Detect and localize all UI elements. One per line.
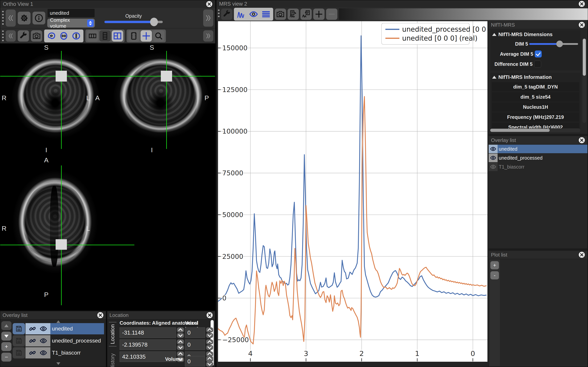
crosshair-vertical-sagittal[interactable] [166,51,167,149]
remove-overlay-button[interactable]: − [1,353,11,362]
spectrum-icon[interactable] [235,8,247,20]
scroll-down-icon[interactable] [56,362,60,365]
dim5-slider[interactable] [529,43,578,45]
remove-plot-button[interactable]: - [490,271,499,279]
chevron-left-icon[interactable] [6,30,16,42]
close-icon[interactable] [579,22,585,28]
voxel-x-value[interactable]: 0 [185,327,205,338]
overlay-name[interactable]: unedited [50,323,104,334]
step-up-button[interactable] [177,327,184,333]
axial-slice-image[interactable] [12,170,98,283]
mrs-plot-svg[interactable]: −250000250005000075000100000125000150000… [217,21,488,362]
dim5-slider-thumb[interactable] [556,41,563,47]
export-data-icon[interactable] [288,8,299,20]
movie-icon[interactable] [128,30,139,42]
link-icon[interactable] [29,325,36,333]
overlay-name[interactable]: unedited_processed [50,335,104,346]
scroll-up-icon[interactable] [56,320,60,323]
eye-icon[interactable] [40,325,47,333]
import-data-icon[interactable] [300,8,312,20]
close-icon[interactable] [579,137,585,143]
chevron-left-icon[interactable] [6,9,16,26]
vertical-layout-icon[interactable] [99,30,111,42]
eye-icon[interactable] [40,349,47,357]
list-icon[interactable] [260,8,272,20]
average-dim5-checkbox[interactable] [535,50,542,58]
step-down-button[interactable] [206,333,213,338]
remove-plot-icon[interactable] [326,8,337,20]
overlay-row-unedited[interactable]: unedited [13,323,104,334]
move-down-button[interactable] [1,332,11,341]
save-icon[interactable] [13,323,25,334]
step-up-button[interactable] [206,356,213,361]
step-down-button[interactable] [177,345,184,350]
axial-view-icon[interactable] [70,30,82,42]
sagittal-view-icon[interactable] [46,30,57,42]
step-up-button[interactable] [206,351,213,357]
add-overlay-button[interactable]: + [1,342,11,351]
information-header[interactable]: NIfTI-MRS Information [491,73,580,81]
crosshair-vertical-coronal[interactable] [61,51,62,149]
eye-icon[interactable] [489,154,498,162]
toolbar-grip[interactable] [2,31,4,41]
horizontal-scrollbar[interactable] [490,128,580,132]
volume-value[interactable]: 0 [185,356,205,367]
close-icon[interactable] [206,312,213,318]
mrs-voxel-sagittal[interactable] [161,71,172,82]
step-up-button[interactable] [206,327,213,333]
coronal-view-icon[interactable] [58,30,69,42]
toolbar-grip[interactable] [2,11,4,25]
chevron-right-icon[interactable] [203,9,213,26]
crosshair-horizontal-axial[interactable] [0,245,134,245]
add-plot-button[interactable]: + [490,261,499,269]
horizontal-layout-icon[interactable] [87,30,98,42]
overlay-row-unedited[interactable]: unedited [489,145,588,153]
wrench-icon[interactable] [221,8,232,20]
link-icon[interactable] [29,337,36,344]
camera-icon[interactable] [275,8,286,20]
world-x-value[interactable]: -31.1148 [120,327,176,338]
crosshair-icon[interactable] [141,30,152,42]
overlay-name[interactable]: T1_biascorr [498,163,588,171]
mrs-voxel-coronal[interactable] [56,71,67,82]
chevron-right-icon[interactable] [203,30,213,42]
overlay-name[interactable]: unedited [498,145,588,153]
overlay-row-t1-biascorr[interactable]: T1_biascorr [489,163,588,171]
overlay-row-unedited-processed[interactable]: unedited_processed [489,154,588,162]
step-down-button[interactable] [206,345,213,350]
step-up-button[interactable] [177,351,184,357]
overlay-name-input[interactable]: unedited [47,8,95,17]
wrench-icon[interactable] [18,30,29,42]
step-down-button[interactable] [206,362,213,367]
info-icon[interactable] [33,12,45,25]
crosshair-vertical-axial[interactable] [61,166,62,305]
step-up-button[interactable] [177,339,184,344]
close-icon[interactable] [579,0,585,7]
world-y-value[interactable]: -2.139578 [120,339,176,350]
ortho-canvas[interactable]: S R L I S A P I A R L P [0,43,215,310]
overlay-row-unedited-processed[interactable]: unedited_processed [13,335,104,346]
dimensions-header[interactable]: NIfTI-MRS Dimensions [491,30,580,39]
overlay-name[interactable]: T1_biascorr [50,347,104,359]
opacity-slider[interactable] [104,21,163,23]
vertical-scrollbar[interactable] [582,39,586,123]
voxel-y-value[interactable]: 0 [185,339,205,350]
close-icon[interactable] [206,1,213,7]
mrs-plot[interactable]: −250000250005000075000100000125000150000… [217,21,488,362]
step-down-button[interactable] [177,333,184,338]
tab-history[interactable]: History [109,351,116,367]
camera-icon[interactable] [31,30,42,42]
overlay-type-dropdown[interactable]: Complex volume [47,19,95,28]
save-icon[interactable] [13,347,25,359]
eye-icon[interactable] [248,8,259,20]
mrs-voxel-axial[interactable] [56,239,67,250]
eye-icon[interactable] [40,337,47,344]
difference-dim5-checkbox[interactable] [534,61,541,67]
close-icon[interactable] [97,312,104,318]
close-icon[interactable] [579,251,585,258]
add-plot-icon[interactable] [313,8,325,20]
overlay-row-t1-biascorr[interactable]: T1_biascorr [13,347,104,359]
crosshair-horizontal-top[interactable] [0,76,215,76]
toolbar-grip[interactable] [218,9,219,19]
step-up-button[interactable] [206,339,213,344]
